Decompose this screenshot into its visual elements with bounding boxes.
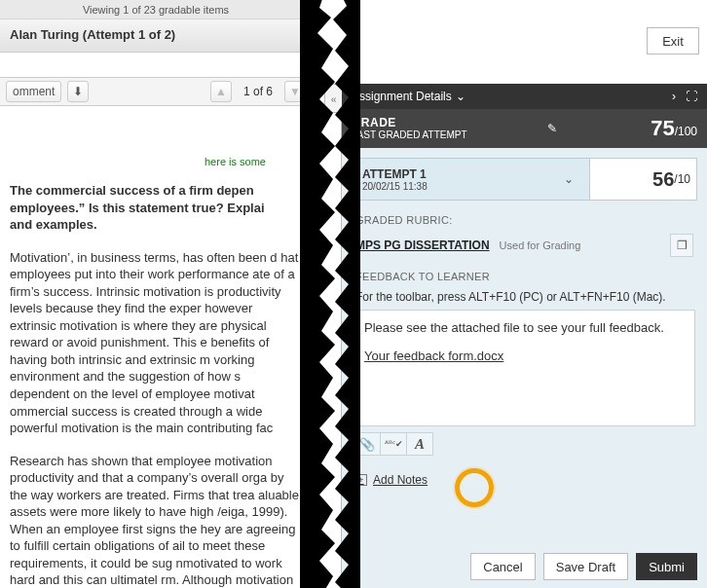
comment-button[interactable]: omment [6,81,61,102]
rubric-section-title: GRADED RUBRIC: [355,214,693,226]
spellcheck-icon[interactable]: ᴬᴮᶜ✔ [380,432,407,456]
grade-label: GRADE [352,116,396,129]
feedback-section: FEEDBACK TO LEARNER For the toolbar, pre… [342,257,707,304]
attempt-selector[interactable]: ATTEMPT 1 20/02/15 11:38 ⌄ 56/10 [352,158,697,201]
toolbar-hint: For the toolbar, press ALT+F10 (PC) or A… [355,290,693,304]
overall-grade-score: 75/100 [651,116,697,141]
attempt-score[interactable]: 56/10 [589,159,696,200]
panel-header: Assignment Details ⌄ › ⛶ [342,84,707,109]
next-student-icon[interactable]: › [672,90,676,103]
student-attempt-header: Alan Turing (Attempt 1 of 2) [0,19,312,53]
page-count: 1 of 6 [238,85,279,98]
essay-question: The commercial success of a firm depen e… [10,182,302,234]
grade-sublabel: LAST GRADED ATTEMPT [352,129,467,140]
feedback-editor[interactable]: Please see the attached file to see your… [354,310,695,426]
collapse-panel-button[interactable]: « [324,84,342,113]
essay-paragraph: Motivation’, in business terms, has ofte… [10,249,302,437]
text-format-icon[interactable]: A [406,432,433,456]
fullscreen-icon[interactable]: ⛶ [686,90,697,103]
overall-grade-bar: GRADE LAST GRADED ATTEMPT ✎ 75/100 [342,109,707,148]
prev-page-button[interactable]: ▲ [210,81,232,102]
feedback-attachment-link[interactable]: Your feedback form.docx [364,349,503,363]
panel-title[interactable]: Assignment Details [352,90,452,103]
add-notes-label: Add Notes [373,473,428,487]
viewing-count-bar: Viewing 1 of 23 gradable items [0,0,312,19]
rubric-note: Used for Grading [500,239,581,251]
cancel-button[interactable]: Cancel [470,553,535,580]
attempt-label: ATTEMPT 1 [362,167,428,181]
attempt-timestamp: 20/02/15 11:38 [362,181,428,192]
feedback-text: Please see the attached file to see your… [364,320,664,335]
essay-viewport: here is some The commercial success of a… [0,127,312,588]
add-notes-link[interactable]: + Add Notes [355,473,693,487]
plus-icon: + [355,474,367,486]
save-draft-button[interactable]: Save Draft [543,553,628,580]
rubric-link[interactable]: MPS PG DISSERTATION [355,239,490,252]
annotation-text: here is some [205,156,302,167]
attach-file-icon[interactable]: 📎 [354,432,381,456]
feedback-section-title: FEEDBACK TO LEARNER [355,271,693,282]
action-buttons: Cancel Save Draft Submi [470,553,697,580]
next-page-button[interactable]: ▼ [284,81,306,102]
exit-button[interactable]: Exit [647,27,699,55]
chevron-down-icon[interactable]: ⌄ [456,90,465,103]
chevron-down-icon[interactable]: ⌄ [564,172,579,186]
grading-panel: « Assignment Details ⌄ › ⛶ GRADE LAST GR… [341,84,707,588]
feedback-toolbar: 📎 ᴬᴮᶜ✔ A [354,432,695,456]
essay-paragraph: Research has shown that employee motivat… [10,453,302,588]
open-rubric-icon[interactable]: ❐ [670,234,693,257]
document-toolbar: omment ⬇ ▲ 1 of 6 ▼ [0,77,312,106]
rubric-section: GRADED RUBRIC: MPS PG DISSERTATION Used … [342,201,707,257]
submit-button[interactable]: Submi [636,553,697,580]
download-icon[interactable]: ⬇ [67,81,89,102]
edit-grade-icon[interactable]: ✎ [547,122,557,135]
